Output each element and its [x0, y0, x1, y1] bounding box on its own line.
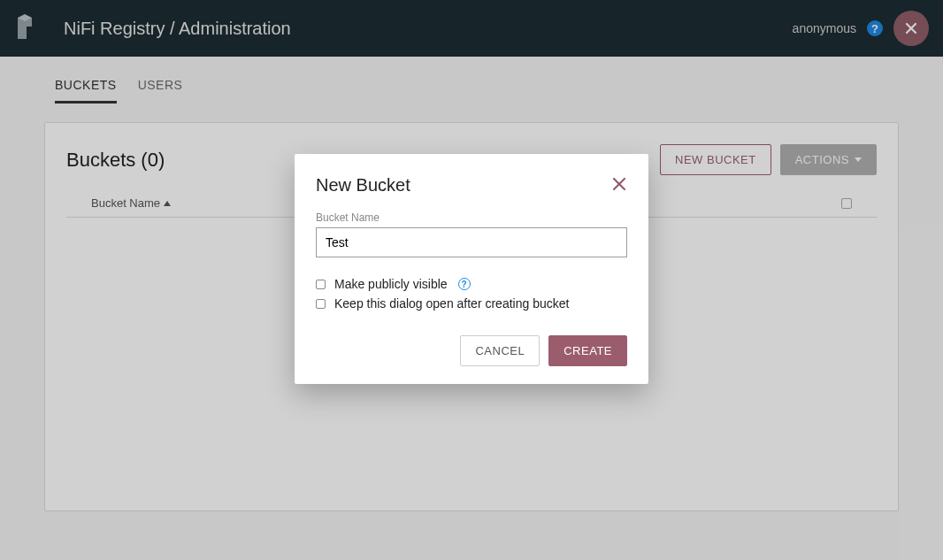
- dialog-title: New Bucket: [316, 175, 410, 196]
- bucket-name-label: Bucket Name: [316, 211, 627, 224]
- public-visible-option[interactable]: Make publicly visible ?: [316, 277, 627, 291]
- new-bucket-dialog: New Bucket Bucket Name Make publicly vis…: [295, 154, 648, 384]
- public-visible-label: Make publicly visible: [334, 277, 448, 291]
- keep-open-option[interactable]: Keep this dialog open after creating buc…: [316, 296, 627, 311]
- dialog-options: Make publicly visible ? Keep this dialog…: [316, 277, 627, 311]
- create-button[interactable]: CREATE: [548, 335, 627, 366]
- cancel-button[interactable]: CANCEL: [460, 335, 540, 366]
- public-visible-checkbox[interactable]: [316, 280, 326, 289]
- bucket-name-input[interactable]: [316, 227, 627, 257]
- keep-open-label: Keep this dialog open after creating buc…: [334, 296, 569, 311]
- dialog-close-button[interactable]: [611, 176, 627, 196]
- keep-open-checkbox[interactable]: [316, 299, 326, 309]
- modal-overlay: New Bucket Bucket Name Make publicly vis…: [0, 0, 943, 560]
- dialog-actions: CANCEL CREATE: [316, 335, 627, 366]
- dialog-header: New Bucket: [316, 175, 627, 196]
- info-icon[interactable]: ?: [458, 278, 471, 290]
